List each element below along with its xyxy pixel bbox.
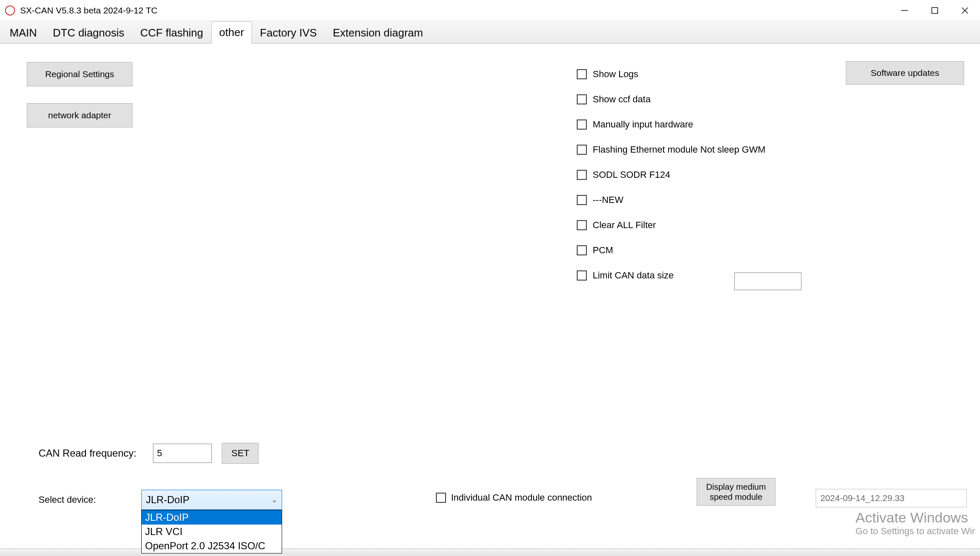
individual-can-label: Individual CAN module connection [451,492,592,503]
tab-ccf-flashing[interactable]: CCF flashing [132,22,211,44]
device-option-jlr-doip[interactable]: JLR-DoIP [142,510,282,525]
limit-can-data-size-checkbox[interactable] [577,270,587,281]
can-read-frequency-row: CAN Read frequency: SET [39,443,259,464]
close-icon [961,7,969,14]
minimize-button[interactable] [889,0,920,21]
pcm-label: PCM [593,245,613,256]
options-checkbox-list: Show Logs Show ccf data Manually input h… [577,69,765,295]
tab-other[interactable]: other [211,21,252,44]
can-read-frequency-label: CAN Read frequency: [39,447,136,459]
manually-input-hardware-checkbox[interactable] [577,120,587,130]
show-ccf-data-checkbox[interactable] [577,94,587,104]
titlebar: SX-CAN V5.8.3 beta 2024-9-12 TC [0,0,980,21]
flashing-ethernet-checkbox[interactable] [577,145,587,155]
sodl-sodr-label: SODL SODR F124 [593,169,670,180]
app-icon [5,5,15,16]
clear-all-filter-checkbox[interactable] [577,220,587,230]
flashing-ethernet-label: Flashing Ethernet module Not sleep GWM [593,144,765,155]
device-option-openport[interactable]: OpenPort 2.0 J2534 ISO/C [142,539,282,553]
individual-can-checkbox[interactable] [436,493,446,503]
minimize-icon [901,7,908,14]
tab-factory-ivs[interactable]: Factory IVS [252,22,325,44]
tab-main[interactable]: MAIN [2,22,45,44]
select-device-selected: JLR-DoIP [146,494,189,506]
chevron-down-icon: ⌄ [271,495,277,504]
network-adapter-button[interactable]: network adapter [27,103,132,127]
timestamp-field[interactable] [816,489,967,507]
close-button[interactable] [950,0,980,21]
clear-all-filter-label: Clear ALL Filter [593,220,656,231]
pcm-checkbox[interactable] [577,245,587,255]
window-controls [889,0,980,21]
new-label: ---NEW [593,195,623,205]
set-button[interactable]: SET [222,443,259,464]
select-device-row: Select device: JLR-DoIP ⌄ JLR-DoIP JLR V… [39,490,282,510]
can-read-frequency-input[interactable] [153,444,212,463]
select-device-combobox[interactable]: JLR-DoIP ⌄ [141,490,282,510]
svg-rect-1 [932,8,938,13]
limit-can-data-size-label: Limit CAN data size [593,270,674,281]
activate-windows-watermark: Activate Windows Go to Settings to activ… [856,509,975,537]
limit-can-data-size-input[interactable] [734,273,801,290]
regional-settings-button[interactable]: Regional Settings [27,62,132,86]
content-area: Regional Settings network adapter Softwa… [0,44,980,548]
show-logs-checkbox[interactable] [577,69,587,79]
sodl-sodr-checkbox[interactable] [577,170,587,180]
show-logs-label: Show Logs [593,69,638,80]
individual-can-row: Individual CAN module connection [436,492,592,503]
watermark-title: Activate Windows [856,509,975,526]
window-title: SX-CAN V5.8.3 beta 2024-9-12 TC [20,5,158,16]
device-option-jlr-vci[interactable]: JLR VCI [142,525,282,539]
select-device-dropdown: JLR-DoIP JLR VCI OpenPort 2.0 J2534 ISO/… [141,510,282,553]
select-device-wrapper: JLR-DoIP ⌄ JLR-DoIP JLR VCI OpenPort 2.0… [141,490,282,510]
tab-extension-diagram[interactable]: Extension diagram [325,22,431,44]
maximize-button[interactable] [920,0,950,21]
tab-bar: MAIN DTC diagnosis CCF flashing other Fa… [0,21,980,44]
select-device-label: Select device: [39,494,96,505]
watermark-subtitle: Go to Settings to activate Wir [856,526,975,537]
software-updates-button[interactable]: Software updates [846,61,964,85]
maximize-icon [931,7,938,14]
show-ccf-data-label: Show ccf data [593,94,651,105]
manually-input-hardware-label: Manually input hardware [593,119,693,130]
tab-dtc-diagnosis[interactable]: DTC diagnosis [45,22,132,44]
new-checkbox[interactable] [577,195,587,205]
display-medium-speed-module-button[interactable]: Display medium speed module [697,478,775,506]
